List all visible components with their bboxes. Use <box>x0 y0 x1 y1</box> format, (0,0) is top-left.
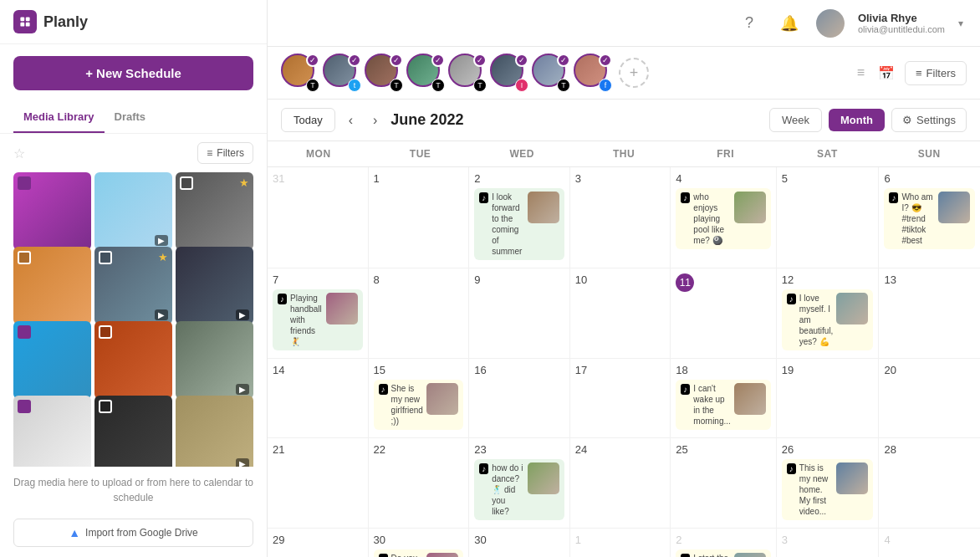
tab-media-library[interactable]: Media Library <box>13 102 105 133</box>
calendar-cell[interactable]: 24 <box>570 438 671 529</box>
calendar-cell[interactable]: 17 <box>570 359 671 438</box>
tab-drafts[interactable]: Drafts <box>105 102 156 133</box>
calendar-cell[interactable]: 28 <box>879 438 980 529</box>
week-view-button[interactable]: Week <box>769 108 822 132</box>
view-list-button[interactable]: ≡ <box>854 62 868 84</box>
calendar-cell[interactable]: 7♪Playing handball with friends 🤾 <box>268 268 369 359</box>
calendar-cell[interactable]: 1 <box>570 529 671 557</box>
new-schedule-button[interactable]: + New Schedule <box>13 56 253 90</box>
calendar-event[interactable]: ♪I love myself. I am beautiful, yes? 💪 <box>782 289 874 350</box>
calendar-cell[interactable]: 23♪how do i dance? 🕺 did you like? <box>469 438 570 529</box>
help-button[interactable]: ? <box>736 10 763 37</box>
filters-label: Filters <box>926 67 956 79</box>
next-month-button[interactable]: › <box>366 110 384 131</box>
media-checkbox[interactable] <box>99 400 112 413</box>
profile-avatar[interactable]: ✓ I <box>490 54 528 92</box>
calendar-cell[interactable]: 30♪Do you like my Tik-tok videos? <box>369 529 470 557</box>
media-item[interactable]: ▶ <box>176 247 253 324</box>
profile-avatar[interactable]: ✓ T <box>281 54 319 92</box>
google-drive-button[interactable]: ▲ Import from Google Drive <box>13 519 253 547</box>
event-thumbnail <box>734 192 766 223</box>
media-item[interactable]: ▶ <box>176 321 253 399</box>
calendar-cell[interactable]: 9 <box>469 268 570 359</box>
media-item[interactable]: ▶ <box>176 396 253 467</box>
calendar-event[interactable]: ♪This is my new home. My first video... <box>782 459 874 520</box>
media-checkbox[interactable] <box>99 325 112 339</box>
view-calendar-button[interactable]: 📅 <box>875 62 898 84</box>
calendar-event[interactable]: ♪who enjoys playing pool like me? 🎱 <box>676 188 770 249</box>
calendar-cell[interactable]: 8 <box>369 268 470 359</box>
calendar-cell[interactable]: 2♪I look forward to the coming of summer <box>469 167 570 268</box>
media-checkbox[interactable] <box>18 251 31 264</box>
media-item[interactable]: ▶ <box>94 172 172 250</box>
calendar-cell[interactable]: 3 <box>777 529 880 557</box>
day-label-sat: SAT <box>777 141 879 166</box>
tiktok-icon: ♪ <box>681 384 690 395</box>
media-item[interactable]: ★ <box>176 172 253 250</box>
profile-avatar[interactable]: ✓ t <box>323 54 361 92</box>
profile-avatar[interactable]: ✓ f <box>574 54 612 92</box>
star-button[interactable]: ☆ <box>13 146 25 161</box>
media-checkbox[interactable] <box>18 325 31 339</box>
calendar-cell[interactable]: 31 <box>268 167 369 268</box>
media-item[interactable] <box>13 321 91 399</box>
tiktok-icon: ♪ <box>889 192 898 203</box>
calendar-cell[interactable]: 29 <box>268 529 369 557</box>
calendar-cell[interactable]: 10 <box>570 268 671 359</box>
calendar-cell[interactable]: 13 <box>879 268 980 359</box>
media-item[interactable]: ★ ▶ <box>94 247 172 324</box>
calendar-cell[interactable]: 11 <box>671 268 776 359</box>
google-drive-label: Import from Google Drive <box>85 527 198 539</box>
profile-avatar[interactable]: ✓ T <box>532 54 570 92</box>
calendar-cell[interactable]: 26♪This is my new home. My first video..… <box>777 438 880 529</box>
calendar-cell[interactable]: 20 <box>879 359 980 438</box>
settings-button[interactable]: ⚙ Settings <box>891 108 967 132</box>
main-filters-button[interactable]: ≡ Filters <box>905 61 967 85</box>
calendar-event[interactable]: ♪how do i dance? 🕺 did you like? <box>474 459 564 520</box>
media-checkbox[interactable] <box>180 176 193 190</box>
notifications-button[interactable]: 🔔 <box>776 10 803 37</box>
user-chevron-icon[interactable]: ▾ <box>958 18 963 29</box>
calendar-event[interactable]: ♪Who am I? 😎 #trend #tiktok #best <box>884 188 975 249</box>
calendar-event[interactable]: ♪Do you like my Tik-tok videos? <box>374 549 464 557</box>
media-checkbox[interactable] <box>18 400 31 413</box>
month-view-button[interactable]: Month <box>829 109 885 131</box>
add-profile-button[interactable]: + <box>619 58 649 88</box>
media-checkbox[interactable] <box>99 251 112 264</box>
calendar-event[interactable]: ♪I start the day every morning with... <box>676 549 770 557</box>
calendar-cell[interactable]: 15♪She is my new girlfriend ;)) <box>369 359 470 438</box>
today-button[interactable]: Today <box>281 108 335 132</box>
day-label-fri: FRI <box>675 141 777 166</box>
media-item[interactable] <box>13 396 91 467</box>
calendar-cell[interactable]: 30 <box>469 529 570 557</box>
media-item[interactable] <box>94 396 172 467</box>
calendar-event[interactable]: ♪I can't wake up in the morning... <box>676 380 770 430</box>
calendar-event[interactable]: ♪Playing handball with friends 🤾 <box>273 289 363 350</box>
calendar-cell[interactable]: 3 <box>570 167 671 268</box>
calendar-cell[interactable]: 4♪who enjoys playing pool like me? 🎱 <box>671 167 776 268</box>
profile-avatar[interactable]: ✓ T <box>448 54 487 92</box>
calendar-cell[interactable]: 4 <box>879 529 980 557</box>
calendar-event[interactable]: ♪I look forward to the coming of summer <box>474 188 564 260</box>
media-checkbox[interactable] <box>18 176 31 190</box>
profile-avatar[interactable]: ✓ T <box>365 54 403 92</box>
calendar-cell[interactable]: 22 <box>369 438 470 529</box>
media-item[interactable] <box>13 247 91 324</box>
calendar-cell[interactable]: 25 <box>671 438 776 529</box>
prev-month-button[interactable]: ‹ <box>342 110 360 131</box>
calendar-cell[interactable]: 6♪Who am I? 😎 #trend #tiktok #best <box>879 167 980 268</box>
media-item[interactable] <box>13 172 91 250</box>
calendar-cell[interactable]: 14 <box>268 359 369 438</box>
filters-button[interactable]: ≡ Filters <box>197 142 253 164</box>
calendar-cell[interactable]: 12♪I love myself. I am beautiful, yes? 💪 <box>777 268 880 359</box>
calendar-cell[interactable]: 5 <box>777 167 880 268</box>
calendar-cell[interactable]: 21 <box>268 438 369 529</box>
calendar-cell[interactable]: 19 <box>777 359 880 438</box>
media-item[interactable] <box>94 321 172 399</box>
calendar-cell[interactable]: 1 <box>369 167 470 268</box>
calendar-cell[interactable]: 16 <box>469 359 570 438</box>
calendar-event[interactable]: ♪She is my new girlfriend ;)) <box>374 380 464 430</box>
calendar-cell[interactable]: 2♪I start the day every morning with... <box>671 529 776 557</box>
profile-avatar[interactable]: ✓ T <box>406 54 445 92</box>
calendar-cell[interactable]: 18♪I can't wake up in the morning... <box>671 359 776 438</box>
